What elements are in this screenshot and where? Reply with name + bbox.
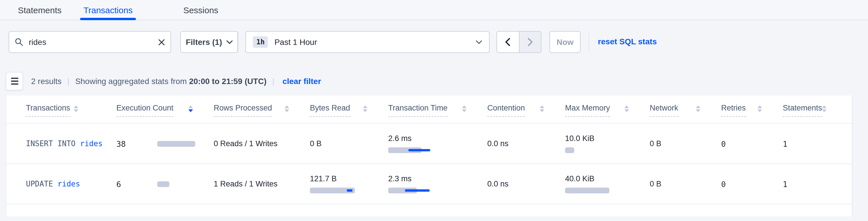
chevron-left-icon — [505, 38, 510, 46]
column-label: Max Memory — [565, 104, 610, 117]
sort-arrows-icon[interactable] — [74, 105, 78, 112]
chevron-right-icon — [528, 38, 533, 46]
table-header-row: TransactionsExecution CountRows Processe… — [6, 96, 852, 124]
column-header-transaction-time[interactable]: Transaction Time — [388, 104, 487, 123]
cell-value: 1 Reads / 1 Writes — [214, 180, 278, 188]
sort-arrows-icon[interactable] — [363, 105, 368, 112]
transaction-fingerprint-link[interactable]: rides — [58, 180, 80, 188]
cell-value: 0 — [721, 179, 726, 188]
reset-sql-stats-link[interactable]: reset SQL stats — [598, 37, 657, 46]
cell-value: 1 — [783, 139, 787, 148]
separator: | — [67, 76, 69, 86]
cell-max-memory: 10.0 KiB — [565, 134, 650, 153]
table-row: INSERT INTO rides380 Reads / 1 Writes0 B… — [6, 124, 852, 163]
tab-bar: Statements Transactions Sessions — [0, 0, 868, 20]
sort-arrows-icon[interactable] — [757, 105, 762, 112]
column-header-max-memory[interactable]: Max Memory — [565, 104, 650, 123]
column-selector-button[interactable] — [6, 72, 23, 90]
filters-label: Filters (1) — [186, 37, 222, 46]
sort-arrows-icon[interactable] — [624, 105, 629, 112]
cell-value: 0.0 ns — [487, 180, 508, 188]
tab-sessions[interactable]: Sessions — [183, 0, 218, 20]
clear-search-icon[interactable] — [158, 39, 165, 45]
cell-contention: 0.0 ns — [487, 180, 565, 188]
filters-button[interactable]: Filters (1) — [180, 31, 238, 53]
column-header-contention[interactable]: Contention — [487, 104, 565, 123]
column-header-execution-count[interactable]: Execution Count — [116, 104, 214, 123]
time-window: 20:00 to 21:59 (UTC) — [189, 76, 267, 86]
tab-statements[interactable]: Statements — [18, 0, 62, 20]
cell-value: 0 B — [310, 139, 322, 148]
column-label: Transactions — [26, 104, 70, 117]
results-count: 2 results — [31, 76, 62, 86]
sort-arrows-icon[interactable] — [822, 105, 827, 112]
cell-transaction-time: 2.3 ms — [388, 175, 487, 193]
table-body: INSERT INTO rides380 Reads / 1 Writes0 B… — [6, 124, 852, 204]
search-input[interactable] — [28, 37, 158, 47]
chevron-down-icon — [226, 40, 232, 44]
column-header-transactions[interactable]: Transactions — [26, 104, 116, 123]
column-header-rows-processed[interactable]: Rows Processed — [214, 104, 310, 123]
cell-value: 6 — [116, 179, 121, 188]
table-row: UPDATE rides61 Reads / 1 Writes121.7 B2.… — [6, 163, 852, 204]
sort-arrows-icon[interactable] — [284, 105, 289, 112]
sort-arrows-icon[interactable] — [188, 105, 193, 112]
cell-value: 0.0 ns — [487, 139, 508, 148]
sort-arrows-icon[interactable] — [462, 105, 467, 112]
column-label: Network — [650, 104, 678, 117]
cell-transaction-time: 2.6 ms — [388, 134, 487, 153]
cell-transactions: UPDATE rides — [26, 180, 116, 188]
time-range-badge: 1h — [253, 36, 268, 48]
cell-contention: 0.0 ns — [487, 139, 565, 148]
cell-max-memory: 40.0 KiB — [565, 175, 650, 193]
value-bar — [565, 188, 650, 193]
separator: | — [273, 76, 275, 86]
cell-value: 1 — [783, 179, 787, 188]
menu-icon — [11, 78, 18, 79]
cell-value: 0 Reads / 1 Writes — [214, 139, 278, 148]
time-range-select[interactable]: 1h Past 1 Hour — [245, 31, 490, 53]
value-bar — [310, 188, 388, 193]
cell-value: 40.0 KiB — [565, 175, 650, 183]
results-bar: 2 results | Showing aggregated stats fro… — [6, 72, 321, 90]
cell-value: 0 B — [650, 180, 661, 188]
column-header-retries[interactable]: Retries — [721, 104, 783, 123]
transaction-fingerprint-link[interactable]: rides — [80, 139, 102, 148]
column-label: Contention — [487, 104, 525, 117]
toolbar-divider — [238, 31, 239, 53]
column-header-network[interactable]: Network — [650, 104, 721, 123]
sql-keyword: UPDATE — [26, 180, 58, 188]
toolbar-divider — [589, 33, 589, 51]
cell-execution-count: 6 — [116, 179, 214, 188]
now-button[interactable]: Now — [550, 31, 581, 53]
value-bar — [388, 147, 487, 153]
cell-value: 0 B — [650, 139, 661, 148]
cell-rows-processed: 0 Reads / 1 Writes — [214, 139, 310, 148]
column-label: Statements — [783, 104, 822, 117]
column-label: Retries — [721, 104, 746, 117]
cell-bytes-read: 121.7 B — [310, 175, 388, 193]
prev-time-button[interactable] — [497, 32, 519, 52]
search-box[interactable] — [9, 31, 171, 53]
sort-arrows-icon[interactable] — [696, 105, 701, 112]
column-header-bytes-read[interactable]: Bytes Read — [310, 104, 388, 123]
cell-value: 121.7 B — [310, 175, 388, 183]
page: Statements Transactions Sessions Filters… — [0, 0, 868, 221]
clear-filter-link[interactable]: clear filter — [282, 76, 321, 86]
tab-transactions[interactable]: Transactions — [84, 0, 133, 20]
cell-bytes-read: 0 B — [310, 139, 388, 148]
value-bar — [157, 181, 169, 187]
value-bar — [388, 188, 487, 193]
next-time-button[interactable] — [519, 32, 541, 52]
transactions-table: TransactionsExecution CountRows Processe… — [6, 96, 852, 216]
column-label: Transaction Time — [388, 104, 447, 117]
cell-value: 0 — [721, 139, 726, 148]
cell-transactions: INSERT INTO rides — [26, 139, 116, 148]
column-header-statements[interactable]: Statements — [783, 104, 853, 123]
sort-arrows-icon[interactable] — [540, 105, 544, 112]
column-label: Execution Count — [116, 104, 174, 117]
cell-statements: 1 — [783, 139, 853, 148]
cell-value: 38 — [116, 139, 126, 148]
toolbar: Filters (1) 1h Past 1 Hour — [0, 31, 868, 53]
cell-retries: 0 — [721, 139, 783, 148]
